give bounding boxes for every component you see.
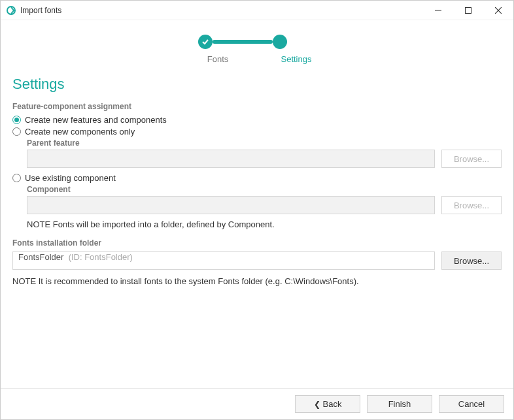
component-label: Component: [27, 185, 502, 194]
cancel-button[interactable]: Cancel: [439, 395, 504, 413]
finish-button[interactable]: Finish: [367, 395, 432, 413]
radio-icon: [12, 127, 21, 136]
app-icon: [6, 5, 16, 16]
maximize-button[interactable]: [453, 1, 483, 20]
window-title: Import fonts: [20, 6, 61, 15]
parent-feature-block: Parent feature Browse...: [27, 138, 502, 168]
radio-label: Create new components only: [25, 127, 135, 137]
component-note: NOTE Fonts will be imported into a folde…: [27, 219, 502, 229]
finish-label: Finish: [388, 399, 411, 409]
radio-label: Use existing component: [25, 173, 116, 183]
component-input: [27, 196, 435, 214]
radio-label: Create new features and components: [25, 115, 167, 125]
install-folder-value: FontsFolder: [18, 252, 63, 262]
radio-use-existing[interactable]: Use existing component: [12, 173, 502, 183]
step-label-fonts: Fonts: [198, 54, 237, 64]
step-fonts[interactable]: [198, 35, 213, 49]
install-folder-browse-button[interactable]: Browse...: [441, 251, 502, 270]
page-title: Settings: [12, 76, 502, 93]
chevron-left-icon: ❮: [314, 400, 320, 409]
install-folder-input[interactable]: FontsFolder (ID: FontsFolder): [12, 251, 435, 270]
radio-create-features[interactable]: Create new features and components: [12, 115, 502, 125]
radio-create-components[interactable]: Create new components only: [12, 127, 502, 137]
back-button[interactable]: ❮ Back: [295, 395, 360, 413]
step-settings[interactable]: [273, 35, 287, 49]
svg-rect-2: [466, 7, 471, 13]
step-connector: [213, 40, 273, 44]
wizard-footer: ❮ Back Finish Cancel: [1, 388, 513, 419]
parent-feature-input: [27, 150, 435, 168]
install-folder-hint-text: (ID: FontsFolder): [69, 252, 133, 262]
minimize-button[interactable]: [423, 1, 453, 20]
install-folder-label: Fonts installation folder: [12, 238, 502, 248]
parent-feature-browse-button: Browse...: [441, 150, 502, 168]
close-button[interactable]: [483, 1, 513, 20]
check-icon: [198, 35, 213, 49]
titlebar: Import fonts: [1, 1, 513, 20]
component-browse-button: Browse...: [441, 196, 502, 214]
parent-feature-label: Parent feature: [27, 138, 502, 148]
wizard-stepper: Fonts Settings: [1, 20, 513, 68]
content-area: Settings Feature-component assignment Cr…: [1, 68, 513, 388]
back-label: Back: [323, 399, 342, 409]
feature-assignment-label: Feature-component assignment: [12, 102, 502, 111]
cancel-label: Cancel: [458, 399, 485, 409]
radio-icon: [12, 174, 21, 182]
radio-icon: [12, 116, 21, 124]
step-label-settings: Settings: [277, 54, 316, 64]
install-folder-note: NOTE It is recommended to install fonts …: [12, 276, 502, 286]
component-block: Component Browse...: [27, 185, 502, 214]
circle-icon: [273, 35, 287, 49]
